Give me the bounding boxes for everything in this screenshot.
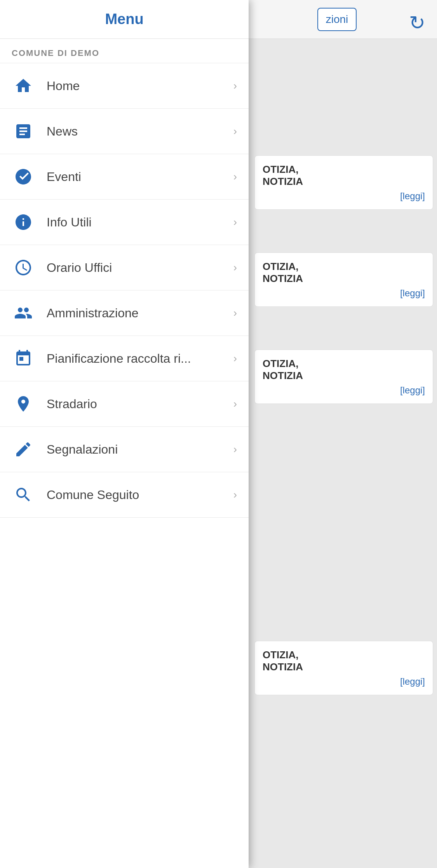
menu-item-orario-uffici[interactable]: Orario Uffici › — [0, 245, 249, 290]
bg-news-title-1: OTIZIA,NOTIZIA — [263, 164, 425, 188]
bg-news-title-2: OTIZIA,NOTIZIA — [263, 261, 425, 285]
menu-item-admin-label: Amministrazione — [47, 306, 230, 320]
news-chevron-icon: › — [233, 125, 237, 137]
menu-item-amministrazione[interactable]: Amministrazione › — [0, 290, 249, 336]
eventi-icon — [12, 165, 35, 188]
pianificazione-chevron-icon: › — [233, 352, 237, 365]
menu-item-orario-label: Orario Uffici — [47, 261, 230, 275]
eventi-chevron-icon: › — [233, 170, 237, 183]
bg-news-title-3: OTIZIA,NOTIZIA — [263, 358, 425, 382]
bg-news-item-1: OTIZIA,NOTIZIA [leggi] — [254, 155, 433, 210]
menu-section-label: COMUNE DI DEMO — [0, 39, 249, 63]
stradario-chevron-icon: › — [233, 398, 237, 410]
clock-icon — [12, 256, 35, 279]
target-icon — [12, 392, 35, 416]
home-icon — [12, 74, 35, 97]
menu-items-container: Home › News › Eventi › — [0, 63, 249, 868]
menu-item-pianificazione[interactable]: Pianificazione raccolta ri... › — [0, 336, 249, 381]
menu-item-stradario[interactable]: Stradario › — [0, 381, 249, 427]
bg-news-leggi-2: [leggi] — [263, 288, 425, 299]
bg-header: zioni — [245, 0, 437, 39]
orario-chevron-icon: › — [233, 261, 237, 274]
menu-item-eventi[interactable]: Eventi › — [0, 154, 249, 200]
home-chevron-icon: › — [233, 80, 237, 92]
menu-item-info-label: Info Utili — [47, 215, 230, 230]
menu-item-home-label: Home — [47, 79, 230, 93]
bg-news-leggi-4: [leggi] — [263, 676, 425, 687]
bg-news-leggi-1: [leggi] — [263, 191, 425, 202]
admin-chevron-icon: › — [233, 307, 237, 319]
menu-item-segnalazioni-label: Segnalazioni — [47, 442, 230, 457]
news-icon — [12, 120, 35, 143]
menu-item-news-label: News — [47, 124, 230, 139]
bg-news-item-4: OTIZIA,NOTIZIA [leggi] — [254, 641, 433, 695]
menu-item-news[interactable]: News › — [0, 109, 249, 154]
menu-title: Menu — [105, 11, 143, 28]
menu-item-comune-seguito-label: Comune Seguito — [47, 488, 230, 502]
bg-button: zioni — [317, 8, 357, 31]
menu-item-stradario-label: Stradario — [47, 397, 230, 411]
bg-news-item-3: OTIZIA,NOTIZIA [leggi] — [254, 350, 433, 404]
info-chevron-icon: › — [233, 216, 237, 228]
comune-seguito-chevron-icon: › — [233, 489, 237, 501]
bg-news-leggi-3: [leggi] — [263, 385, 425, 396]
reload-icon: ↻ — [409, 12, 425, 34]
menu-overlay: Menu COMUNE DI DEMO Home › News › — [0, 0, 249, 868]
segnalazioni-chevron-icon: › — [233, 443, 237, 456]
menu-header: Menu — [0, 0, 249, 39]
bg-news-item-2: OTIZIA,NOTIZIA [leggi] — [254, 252, 433, 307]
menu-item-home[interactable]: Home › — [0, 63, 249, 109]
menu-item-pianificazione-label: Pianificazione raccolta ri... — [47, 351, 230, 366]
admin-icon — [12, 301, 35, 325]
menu-item-comune-seguito[interactable]: Comune Seguito › — [0, 472, 249, 518]
menu-item-segnalazioni[interactable]: Segnalazioni › — [0, 427, 249, 472]
bg-news-title-4: OTIZIA,NOTIZIA — [263, 649, 425, 673]
menu-item-info-utili[interactable]: Info Utili › — [0, 200, 249, 245]
edit-icon — [12, 438, 35, 461]
calendar-icon — [12, 347, 35, 370]
info-icon — [12, 210, 35, 234]
search-icon — [12, 483, 35, 506]
menu-item-eventi-label: Eventi — [47, 170, 230, 184]
